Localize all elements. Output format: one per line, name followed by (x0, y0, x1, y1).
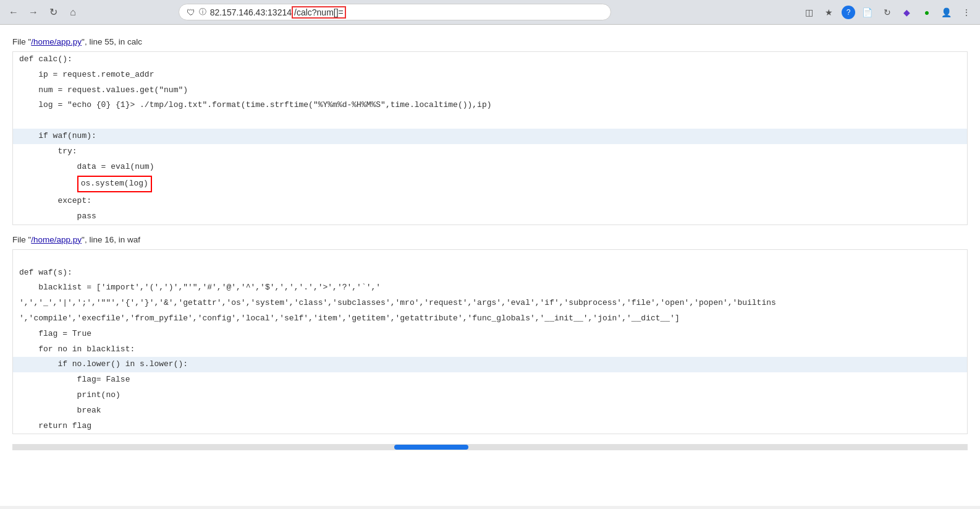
code-text: ',','_','|',';','""','{','}','&','getatt… (13, 296, 782, 311)
file2-suffix: ", line 16, in waf (82, 235, 140, 244)
code-line-blacklist3: ','compile','execfile','from_pyfile','co… (13, 311, 967, 327)
code-text: def waf(s): (13, 265, 78, 281)
file1-path[interactable]: /home/app.py (31, 37, 82, 46)
code-line: data = eval(num) (13, 160, 967, 175)
code-line-highlighted: if waf(num): (13, 129, 967, 144)
file1-prefix: File " (12, 37, 31, 46)
code-line-blacklist1: blacklist = ['import','(',')',"'",'#','@… (13, 280, 967, 296)
code-text (13, 113, 30, 129)
code-line (13, 250, 967, 265)
code-line-os-system: os.system(log) (13, 174, 967, 194)
code-text: except: (13, 194, 98, 209)
puzzle-icon[interactable]: ◆ (900, 5, 915, 20)
horizontal-scrollbar[interactable] (12, 444, 968, 450)
record-icon[interactable]: ● (919, 5, 934, 20)
back2-icon[interactable]: ↻ (880, 5, 895, 20)
code-text: ','compile','execfile','from_pyfile','co… (13, 311, 686, 327)
code-text: return flag (13, 419, 98, 434)
url-base: 82.157.146.43:13214 (210, 7, 292, 17)
file2-prefix: File " (12, 235, 31, 244)
code-text: break (13, 403, 108, 419)
code-text: flag = True (13, 327, 98, 342)
code-text: num = request.values.get("num") (13, 83, 194, 98)
code-text: for no in blacklist: (13, 342, 141, 357)
code-line: for no in blacklist: (13, 342, 967, 357)
code-text: pass (13, 209, 103, 225)
code-line: except: (13, 194, 967, 209)
code-text: def calc(): (13, 52, 78, 67)
browser-chrome: ← → ↻ ⌂ 🛡 ⓘ 82.157.146.43:13214/calc?num… (0, 0, 980, 25)
info-icon: ⓘ (199, 7, 206, 17)
extensions-icon[interactable]: ◫ (802, 5, 817, 20)
reload-button[interactable]: ↻ (46, 5, 61, 20)
code-block-2: def waf(s): blacklist = ['import','(',')… (12, 249, 968, 435)
code-text: flag= False (13, 372, 136, 388)
code-text: print(no) (13, 388, 127, 403)
page-content: File "/home/app.py", line 55, in calc de… (0, 25, 980, 506)
code-text: ip = request.remote_addr (13, 67, 160, 83)
code-text: os.system(log) (13, 174, 158, 194)
bookmark-icon[interactable]: ★ (822, 5, 837, 20)
code-line: flag= False (13, 372, 967, 388)
browser-actions: ◫ ★ ? 📄 ↻ ◆ ● 👤 ⋮ (802, 5, 974, 20)
home-button[interactable]: ⌂ (65, 5, 80, 20)
code-line: return flag (13, 419, 967, 434)
os-system-highlight: os.system(log) (77, 176, 152, 192)
code-line: print(no) (13, 388, 967, 403)
code-text: try: (13, 144, 83, 160)
code-line: flag = True (13, 327, 967, 342)
code-line: ip = request.remote_addr (13, 67, 967, 83)
code-line (13, 113, 967, 129)
file1-suffix: ", line 55, in calc (82, 37, 142, 46)
file1-reference: File "/home/app.py", line 55, in calc (12, 37, 968, 46)
code-text: blacklist = ['import','(',')',"'",'#','@… (13, 280, 387, 296)
menu-icon[interactable]: ⋮ (959, 5, 974, 20)
back-button[interactable]: ← (6, 5, 21, 20)
file2-path[interactable]: /home/app.py (31, 235, 82, 244)
code-line: def calc(): (13, 52, 967, 67)
code-line-highlighted: if no.lower() in s.lower(): (13, 357, 967, 372)
code-block-1: def calc(): ip = request.remote_addr num… (12, 51, 968, 225)
address-bar[interactable]: 82.157.146.43:13214/calc?num[]= (210, 7, 603, 17)
code-line: num = request.values.get("num") (13, 83, 967, 98)
code-text: data = eval(num) (13, 160, 160, 175)
code-line: pass (13, 209, 967, 225)
code-text (13, 250, 30, 265)
address-bar-container[interactable]: 🛡 ⓘ 82.157.146.43:13214/calc?num[]= (179, 4, 611, 20)
code-line: break (13, 403, 967, 419)
forward-button[interactable]: → (26, 5, 41, 20)
account-icon[interactable]: ? (842, 6, 855, 19)
code-line: def waf(s): (13, 265, 967, 281)
code-line: log = "echo {0} {1}> ./tmp/log.txt".form… (13, 98, 967, 113)
file2-reference: File "/home/app.py", line 16, in waf (12, 235, 968, 244)
code-text: log = "echo {0} {1}> ./tmp/log.txt".form… (13, 98, 498, 113)
code-text: if waf(num): (13, 129, 103, 144)
security-icon: 🛡 (187, 7, 195, 17)
extension1-icon[interactable]: 📄 (860, 5, 875, 20)
code-text: if no.lower() in s.lower(): (13, 357, 194, 372)
scrollbar-thumb[interactable] (394, 445, 468, 450)
url-path: /calc?num[]= (292, 6, 346, 19)
code-line: try: (13, 144, 967, 160)
code-line-blacklist2: ',','_','|',';','""','{','}','&','getatt… (13, 296, 967, 311)
avatar-icon[interactable]: 👤 (939, 5, 954, 20)
